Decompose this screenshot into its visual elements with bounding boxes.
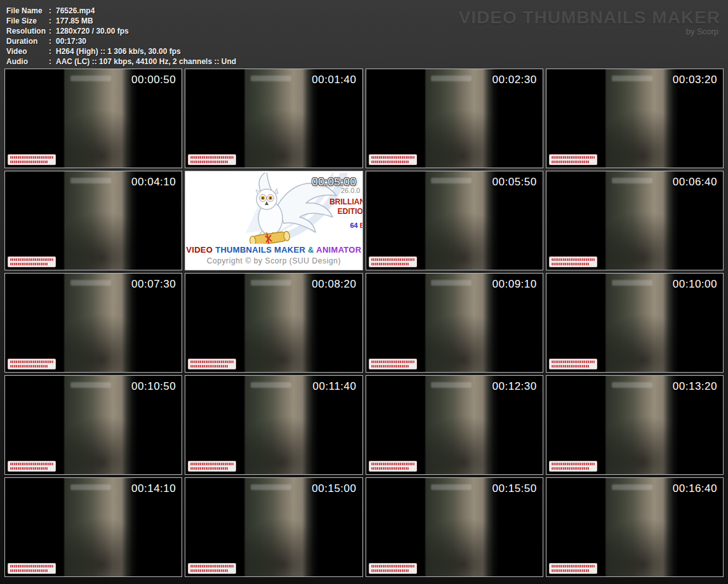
app-brand-title: VIDEO THUMBNAILS MAKER bbox=[459, 8, 720, 28]
watermark-text-line bbox=[371, 565, 414, 567]
field-label: Audio bbox=[6, 56, 49, 67]
frame-overlay-smudge bbox=[431, 280, 472, 286]
watermark-text-line bbox=[10, 463, 53, 465]
field-value: 00:17:30 bbox=[56, 37, 86, 46]
watermark-text-line bbox=[10, 565, 53, 567]
file-info-row: Video:H264 (High) :: 1 306 kb/s, 30.00 f… bbox=[6, 46, 728, 56]
vtm-edition-line1: BRILLIANT bbox=[329, 197, 362, 206]
field-separator: : bbox=[49, 56, 51, 67]
frame-overlay-smudge bbox=[612, 280, 652, 286]
source-watermark bbox=[8, 256, 56, 267]
watermark-text-line bbox=[10, 569, 48, 572]
vtm-title-maker: THUMBNAILS MAKER bbox=[213, 245, 308, 255]
source-watermark bbox=[549, 256, 597, 267]
source-watermark bbox=[549, 461, 597, 472]
source-watermark bbox=[549, 154, 597, 165]
watermark-text-line bbox=[371, 263, 409, 265]
timestamp-overlay: 00:02:30 bbox=[493, 74, 537, 86]
field-label: File Size bbox=[6, 16, 49, 26]
watermark-text-line bbox=[371, 361, 414, 363]
source-watermark bbox=[188, 154, 236, 165]
frame-overlay-smudge bbox=[70, 382, 111, 388]
watermark-text-line bbox=[552, 569, 590, 572]
timestamp-overlay: 00:07:30 bbox=[131, 278, 176, 291]
source-watermark bbox=[8, 154, 56, 165]
app-brand-subtitle: by Scorp bbox=[459, 27, 720, 36]
watermark-text-line bbox=[10, 161, 48, 163]
frame-overlay-smudge bbox=[70, 280, 111, 286]
video-thumbnail-cell: 00:15:50 bbox=[366, 477, 543, 577]
field-separator: : bbox=[49, 26, 51, 36]
watermark-text-line bbox=[190, 161, 228, 163]
field-value: 1280x720 / 30.00 fps bbox=[56, 27, 129, 36]
field-label: Duration bbox=[6, 36, 49, 46]
video-thumbnail-cell: 00:09:10 bbox=[366, 273, 543, 373]
vtm-version: 26.0.0 bbox=[329, 187, 360, 194]
source-watermark bbox=[8, 563, 56, 574]
frame-overlay-smudge bbox=[70, 178, 111, 183]
contact-sheet: File Name:76526.mp4 File Size:177.85 MB … bbox=[0, 0, 728, 584]
video-thumbnail-cell: 00:10:00 bbox=[546, 273, 724, 373]
watermark-text-line bbox=[371, 365, 409, 368]
watermark-text-line bbox=[552, 463, 595, 465]
watermark-text-line bbox=[190, 569, 228, 572]
video-thumbnail-cell: 00:10:50 bbox=[4, 375, 182, 475]
info-header: File Name:76526.mp4 File Size:177.85 MB … bbox=[0, 0, 728, 67]
vtm-logo-cell: 00:05:00 26.0.0 BRILLIANT EDITION 64 BIT… bbox=[185, 171, 362, 270]
vtm-title-animator: ANIMATOR bbox=[316, 245, 361, 255]
field-separator: : bbox=[49, 6, 51, 16]
source-watermark bbox=[188, 563, 236, 574]
watermark-text-line bbox=[10, 467, 48, 470]
watermark-text-line bbox=[552, 258, 595, 261]
vtm-title: VIDEO THUMBNAILS MAKER & ANIMATOR bbox=[185, 245, 362, 255]
frame-overlay-smudge bbox=[251, 382, 291, 388]
timestamp-overlay: 00:03:20 bbox=[673, 74, 717, 86]
video-thumbnail-cell: 00:14:10 bbox=[4, 477, 182, 577]
watermark-text-line bbox=[10, 258, 53, 261]
source-watermark bbox=[369, 256, 417, 267]
source-watermark bbox=[369, 461, 417, 472]
watermark-text-line bbox=[10, 263, 48, 265]
video-thumbnail-cell: 00:05:50 bbox=[366, 171, 543, 270]
watermark-text-line bbox=[190, 361, 234, 363]
video-thumbnail-cell: 00:00:50 bbox=[4, 69, 182, 168]
video-thumbnail-cell: 00:11:40 bbox=[185, 375, 362, 475]
source-watermark bbox=[188, 461, 236, 472]
timestamp-overlay: 00:10:50 bbox=[131, 380, 176, 393]
watermark-text-line bbox=[190, 463, 234, 465]
file-info-row: Duration:00:17:30 bbox=[6, 36, 728, 46]
watermark-text-line bbox=[371, 569, 409, 572]
frame-overlay-smudge bbox=[431, 484, 472, 490]
frame-overlay-smudge bbox=[70, 76, 111, 81]
field-separator: : bbox=[49, 16, 51, 26]
vtm-bits-unit: BIT bbox=[360, 222, 363, 229]
watermark-text-line bbox=[552, 161, 590, 163]
watermark-text-line bbox=[190, 565, 234, 567]
timestamp-overlay: 00:01:40 bbox=[312, 74, 356, 86]
watermark-text-line bbox=[552, 365, 590, 368]
watermark-text-line bbox=[10, 156, 53, 159]
source-watermark bbox=[8, 359, 56, 369]
field-separator: : bbox=[49, 36, 51, 46]
source-watermark bbox=[369, 563, 417, 574]
frame-overlay-smudge bbox=[251, 484, 291, 490]
vtm-title-ampersand: & bbox=[308, 245, 316, 255]
frame-overlay-smudge bbox=[251, 280, 291, 286]
timestamp-overlay: 00:14:10 bbox=[131, 482, 176, 495]
source-watermark bbox=[549, 359, 597, 369]
file-info-row: Audio:AAC (LC) :: 107 kbps, 44100 Hz, 2 … bbox=[6, 56, 728, 67]
frame-overlay-smudge bbox=[70, 484, 111, 490]
timestamp-overlay: 00:04:10 bbox=[131, 176, 176, 189]
video-thumbnail-cell: 00:03:20 bbox=[546, 69, 724, 168]
timestamp-overlay: 00:05:50 bbox=[493, 176, 537, 189]
video-thumbnail-cell: 00:02:30 bbox=[366, 69, 543, 168]
source-watermark bbox=[369, 154, 417, 165]
watermark-text-line bbox=[552, 263, 590, 265]
frame-overlay-smudge bbox=[612, 76, 652, 81]
timestamp-overlay: 00:16:40 bbox=[673, 482, 717, 495]
timestamp-overlay: 00:15:50 bbox=[493, 482, 537, 495]
watermark-text-line bbox=[371, 467, 409, 470]
frame-overlay-smudge bbox=[612, 484, 652, 490]
field-value: 177.85 MB bbox=[56, 17, 93, 25]
field-label: Resolution bbox=[6, 26, 49, 36]
